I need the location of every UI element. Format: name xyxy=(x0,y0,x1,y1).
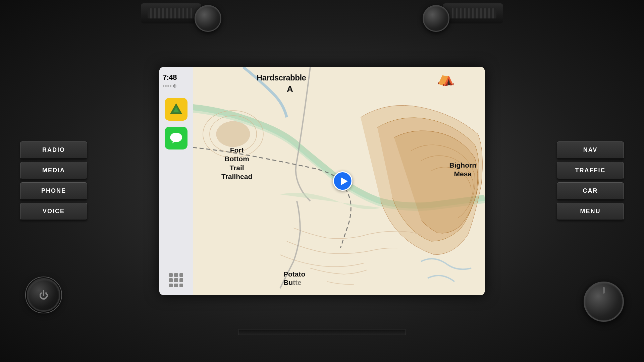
gaia-app-icon[interactable] xyxy=(165,98,187,121)
nav-button[interactable]: NAV xyxy=(557,141,624,159)
bottom-slot xyxy=(238,329,406,335)
time-display: 7:48 xyxy=(163,73,177,82)
navigation-arrow xyxy=(333,171,353,191)
svg-point-3 xyxy=(170,133,182,142)
media-button[interactable]: MEDIA xyxy=(20,162,87,180)
grid-dot-6 xyxy=(179,278,183,282)
grid-dot-2 xyxy=(174,273,178,277)
radio-button[interactable]: RADIO xyxy=(20,141,87,159)
bighorn-mesa-label: BighornMesa xyxy=(449,161,476,179)
status-icons: ⊜ xyxy=(163,83,177,88)
right-panel: NAV TRAFFIC CAR MENU xyxy=(557,141,624,221)
messages-app-icon[interactable] xyxy=(165,127,187,149)
map-area[interactable]: Hardscrabble A ⛺ FortBottomTrailTrailhea… xyxy=(193,67,485,295)
main-screen: 7:48 ⊜ xyxy=(159,67,485,295)
grid-dot-5 xyxy=(174,278,178,282)
grid-dot-1 xyxy=(169,273,173,277)
hardscrabble-label: Hardscrabble xyxy=(257,73,306,82)
gaia-icon-svg xyxy=(167,101,185,118)
signal-dots xyxy=(163,85,171,87)
sidebar: 7:48 ⊜ xyxy=(159,67,193,295)
left-panel: RADIO MEDIA PHONE VOICE xyxy=(20,141,87,221)
vent-inner-right xyxy=(449,8,496,18)
grid-dot-9 xyxy=(179,284,183,287)
wifi-icon: ⊜ xyxy=(173,83,177,88)
car-unit: RADIO MEDIA PHONE VOICE NAV TRAFFIC CAR … xyxy=(0,0,644,362)
status-bar: 7:48 ⊜ xyxy=(159,70,193,91)
grid-dot-7 xyxy=(169,284,173,287)
power-knob[interactable]: ⏻ xyxy=(27,278,60,312)
grid-dot-3 xyxy=(179,273,183,277)
signal-dot-4 xyxy=(170,85,171,87)
app-icons-area xyxy=(165,91,187,269)
knob-top-right[interactable] xyxy=(423,5,449,32)
campsite-icon: ⛺ xyxy=(437,70,454,86)
top-vent-left xyxy=(141,3,201,23)
menu-button[interactable]: MENU xyxy=(557,203,624,221)
traffic-button[interactable]: TRAFFIC xyxy=(557,162,624,180)
a-marker: A xyxy=(287,84,293,94)
grid-icon xyxy=(169,273,183,287)
grid-dot-4 xyxy=(169,278,173,282)
potato-butte-label: PotatoButte xyxy=(283,270,305,287)
voice-button[interactable]: VOICE xyxy=(20,203,87,221)
car-button[interactable]: CAR xyxy=(557,182,624,200)
signal-dot-3 xyxy=(167,85,169,87)
home-button[interactable] xyxy=(165,269,187,292)
vent-inner-left xyxy=(148,8,195,18)
map-canvas: Hardscrabble A ⛺ FortBottomTrailTrailhea… xyxy=(193,67,485,295)
messages-icon-svg xyxy=(169,131,183,145)
svg-point-8 xyxy=(216,121,250,147)
power-ring xyxy=(25,277,62,313)
volume-knob[interactable] xyxy=(584,282,624,322)
top-vent-right xyxy=(443,3,503,23)
fort-bottom-label: FortBottomTrailTrailhead xyxy=(221,146,252,181)
phone-button[interactable]: PHONE xyxy=(20,182,87,200)
grid-dot-8 xyxy=(174,284,178,287)
signal-dot-1 xyxy=(163,85,164,87)
knob-top-left[interactable] xyxy=(195,5,221,32)
nav-arrow-inner xyxy=(337,175,348,185)
signal-dot-2 xyxy=(165,85,167,87)
